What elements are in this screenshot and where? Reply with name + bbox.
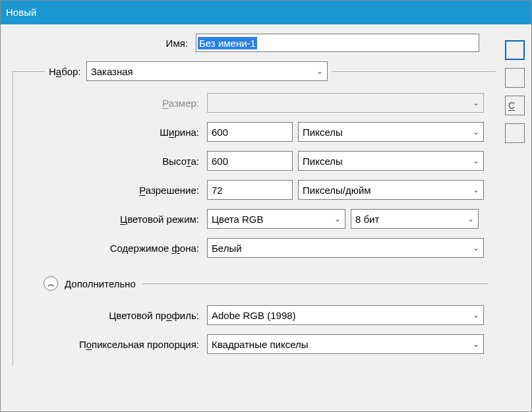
preset-select[interactable]: Заказная ⌄ xyxy=(86,61,328,81)
size-select: ⌄ xyxy=(207,93,484,113)
dialog-content: Имя: Без имени-1 Набор: xyxy=(1,24,531,411)
chevron-down-icon: ⌄ xyxy=(473,243,479,252)
height-label: Высота: xyxy=(24,156,202,167)
colormode-label: Цветовой режим: xyxy=(24,214,202,225)
chevron-down-icon: ⌄ xyxy=(467,214,474,223)
resolution-unit-select[interactable]: Пикселы/дюйм ⌄ xyxy=(298,180,484,200)
name-value: Без имени-1 xyxy=(198,37,257,49)
width-unit-value: Пикселы xyxy=(303,127,343,138)
ok-button[interactable] xyxy=(505,40,525,60)
chevron-down-icon: ⌄ xyxy=(334,214,341,223)
colorprofile-label: Цветовой профиль: xyxy=(24,310,202,321)
resolution-unit-value: Пикселы/дюйм xyxy=(303,185,371,196)
pixelaspect-label: Попиксельная пропорция: xyxy=(24,339,202,350)
chevron-down-icon: ⌄ xyxy=(473,127,479,136)
colordepth-select[interactable]: 8 бит ⌄ xyxy=(351,209,479,229)
preset-label: Набор: xyxy=(49,66,81,77)
height-unit-value: Пикселы xyxy=(303,156,343,167)
height-unit-select[interactable]: Пикселы ⌄ xyxy=(298,151,484,171)
size-label: Размер: xyxy=(24,98,202,109)
divider xyxy=(142,283,488,284)
pixelaspect-select[interactable]: Квадратные пикселы ⌄ xyxy=(207,334,484,354)
delete-preset-button[interactable] xyxy=(505,123,525,143)
chevron-down-icon: ⌄ xyxy=(473,156,479,165)
bgcontents-select[interactable]: Белый ⌄ xyxy=(207,238,484,258)
settings-group: Набор: Заказная ⌄ Размер: xyxy=(13,61,496,366)
resolution-input[interactable] xyxy=(207,180,293,200)
bgcontents-label: Содержимое фона: xyxy=(24,243,202,254)
colorprofile-select[interactable]: Adobe RGB (1998) ⌄ xyxy=(207,305,484,325)
width-input[interactable] xyxy=(207,122,293,142)
window-title: Новый xyxy=(6,7,36,18)
chevron-down-icon: ⌄ xyxy=(473,310,479,320)
new-document-dialog: Новый Имя: Без имени-1 xyxy=(0,0,532,412)
width-unit-select[interactable]: Пикселы ⌄ xyxy=(298,122,484,142)
name-input[interactable]: Без имени-1 xyxy=(196,34,479,52)
bgcontents-value: Белый xyxy=(212,243,242,254)
cancel-button[interactable] xyxy=(505,68,525,88)
chevron-down-icon: ⌄ xyxy=(316,67,323,76)
save-preset-button[interactable]: С xyxy=(505,96,525,115)
colormode-value: Цвета RGB xyxy=(212,214,263,225)
width-label: Ширина: xyxy=(24,127,202,138)
resolution-label: Разрешение: xyxy=(24,185,202,196)
colordepth-value: 8 бит xyxy=(355,214,379,225)
dialog-buttons: С xyxy=(505,34,525,402)
title-bar[interactable]: Новый xyxy=(1,1,531,24)
name-label: Имя: xyxy=(13,38,191,49)
pixelaspect-value: Квадратные пикселы xyxy=(212,339,309,350)
colormode-select[interactable]: Цвета RGB ⌄ xyxy=(207,209,345,229)
colorprofile-value: Adobe RGB (1998) xyxy=(212,310,296,321)
height-input[interactable] xyxy=(207,151,293,171)
chevron-down-icon: ⌄ xyxy=(473,98,479,107)
chevron-down-icon: ⌄ xyxy=(473,339,479,349)
advanced-toggle[interactable]: ︽ xyxy=(44,276,58,291)
chevron-down-icon: ⌄ xyxy=(473,185,479,194)
preset-value: Заказная xyxy=(91,66,133,77)
advanced-label: Дополнительно xyxy=(65,278,136,289)
chevron-up-icon: ︽ xyxy=(47,280,55,287)
